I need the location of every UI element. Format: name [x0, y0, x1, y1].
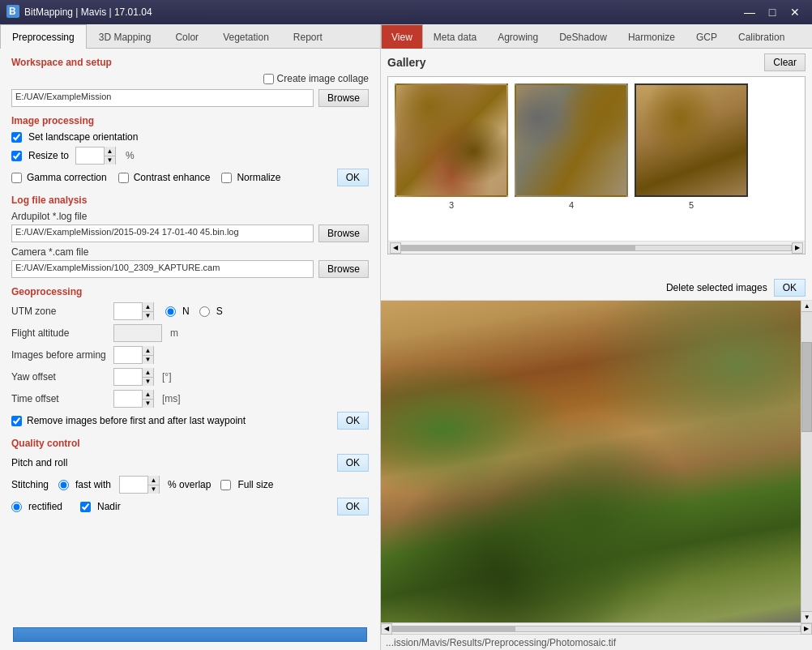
- resize-value[interactable]: 50: [76, 148, 104, 164]
- utm-decrement[interactable]: ▼: [142, 312, 153, 321]
- images-before-value[interactable]: 0: [114, 347, 142, 363]
- ardupilot-path-field[interactable]: E:/UAV/ExampleMission/2015-09-24 17-01-4…: [11, 225, 314, 242]
- camera-path-field[interactable]: E:/UAV/ExampleMission/100_2309_KAPTURE.c…: [11, 260, 314, 278]
- contrast-label: Contrast enhance: [134, 172, 211, 183]
- pitch-roll-row: Pitch and roll OK: [11, 454, 369, 472]
- images-before-spinner[interactable]: 0 ▲ ▼: [113, 346, 154, 364]
- utm-increment[interactable]: ▲: [142, 302, 153, 312]
- gallery-header: Gallery Clear: [387, 53, 806, 71]
- tab-view[interactable]: View: [381, 24, 423, 49]
- gallery-scrollbar-thumb: [402, 246, 635, 250]
- delete-row: Delete selected images OK: [381, 276, 812, 301]
- gallery-scrollbar-track[interactable]: [401, 245, 792, 251]
- overlap-increment[interactable]: ▲: [147, 476, 159, 485]
- gallery-scrollbar: ◀ ▶: [388, 241, 805, 254]
- south-radio[interactable]: [199, 306, 210, 317]
- time-decrement[interactable]: ▼: [142, 400, 153, 408]
- yaw-spinner[interactable]: 0,5 ▲ ▼: [113, 368, 154, 386]
- resize-increment[interactable]: ▲: [104, 147, 115, 156]
- yaw-increment[interactable]: ▲: [142, 368, 153, 378]
- fast-radio[interactable]: [58, 480, 69, 490]
- thumbnail-3[interactable]: 3: [395, 83, 508, 210]
- delete-ok-button[interactable]: OK: [774, 279, 806, 297]
- thumbnail-5[interactable]: 5: [635, 83, 748, 210]
- maximize-button[interactable]: □: [762, 4, 783, 20]
- utm-spinner[interactable]: 33 ▲ ▼: [113, 302, 154, 320]
- time-increment[interactable]: ▲: [142, 390, 153, 400]
- normalize-checkbox[interactable]: [221, 173, 232, 183]
- images-before-decrement[interactable]: ▼: [142, 356, 153, 365]
- tab-calibration[interactable]: Calibration: [728, 24, 795, 49]
- nadir-checkbox[interactable]: [80, 502, 91, 512]
- workspace-path-field[interactable]: E:/UAV/ExampleMission: [11, 89, 314, 107]
- gallery-thumbnails: 3 4 5: [388, 77, 805, 241]
- gallery-thumbnails-container: 3 4 5 ◀: [387, 76, 806, 254]
- status-bar: ...ission/Mavis/Results/Preprocessing/Ph…: [381, 634, 812, 650]
- ardupilot-browse-button[interactable]: Browse: [318, 225, 369, 242]
- north-radio[interactable]: [165, 306, 176, 317]
- minimize-button[interactable]: —: [739, 4, 760, 20]
- gallery-scroll-right[interactable]: ▶: [792, 242, 803, 254]
- full-size-checkbox[interactable]: [220, 480, 231, 490]
- scroll-up-arrow[interactable]: ▲: [801, 301, 812, 312]
- yaw-value[interactable]: 0,5: [114, 369, 142, 385]
- workspace-browse-button[interactable]: Browse: [318, 89, 369, 107]
- create-collage-checkbox[interactable]: [263, 74, 274, 84]
- camera-row: E:/UAV/ExampleMission/100_2309_KAPTURE.c…: [11, 260, 369, 278]
- overlap-unit: % overlap: [168, 479, 211, 490]
- close-button[interactable]: ✕: [784, 4, 806, 20]
- tab-gcp[interactable]: GCP: [686, 24, 728, 49]
- tab-color[interactable]: Color: [163, 24, 211, 49]
- stitch-ok-button[interactable]: OK: [337, 498, 369, 515]
- gallery-scroll-left[interactable]: ◀: [390, 242, 401, 254]
- overlap-decrement[interactable]: ▼: [147, 485, 159, 494]
- resize-spinner[interactable]: 50 ▲ ▼: [75, 147, 116, 165]
- yaw-decrement[interactable]: ▼: [142, 378, 153, 387]
- scroll-down-arrow[interactable]: ▼: [801, 611, 812, 622]
- pitch-roll-label: Pitch and roll: [11, 457, 67, 468]
- rectified-radio[interactable]: [11, 502, 22, 512]
- tab-deshadow[interactable]: DeShadow: [549, 24, 618, 49]
- h-scrollbar-track[interactable]: [392, 626, 801, 632]
- tab-metadata[interactable]: Meta data: [423, 24, 487, 49]
- camera-browse-button[interactable]: Browse: [318, 260, 369, 278]
- images-before-increment[interactable]: ▲: [142, 346, 153, 356]
- image-processing-ok-button[interactable]: OK: [337, 169, 369, 186]
- time-unit: [ms]: [162, 393, 181, 404]
- contrast-checkbox[interactable]: [118, 173, 129, 183]
- thumbnail-label-4: 4: [569, 200, 574, 210]
- normalize-label: Normalize: [237, 172, 280, 183]
- left-panel: Preprocessing 3D Mapping Color Vegetatio…: [0, 24, 381, 650]
- geoprocessing-ok-button[interactable]: OK: [337, 412, 369, 430]
- tab-vegetation[interactable]: Vegetation: [211, 24, 281, 49]
- tab-preprocessing[interactable]: Preprocessing: [0, 24, 87, 49]
- time-spinner[interactable]: 0 ▲ ▼: [113, 390, 154, 408]
- pitch-roll-ok-button[interactable]: OK: [337, 454, 369, 472]
- thumbnail-img-4: [515, 83, 628, 197]
- thumbnail-img-5: [635, 83, 748, 197]
- tab-3d-mapping[interactable]: 3D Mapping: [87, 24, 164, 49]
- utm-value[interactable]: 33: [114, 303, 142, 319]
- gamma-checkbox[interactable]: [11, 173, 22, 183]
- nadir-label: Nadir: [97, 501, 121, 512]
- gallery-clear-button[interactable]: Clear: [764, 53, 806, 71]
- tab-harmonize[interactable]: Harmonize: [618, 24, 686, 49]
- tab-report[interactable]: Report: [281, 24, 335, 49]
- time-value[interactable]: 0: [114, 391, 142, 407]
- tab-agrowing[interactable]: Agrowing: [487, 24, 549, 49]
- landscape-row: Set landscape orientation: [11, 131, 369, 143]
- thumbnail-img-3: [395, 83, 508, 197]
- overlap-spinner[interactable]: 60 ▲ ▼: [119, 476, 160, 494]
- h-scroll-right[interactable]: ▶: [801, 623, 812, 635]
- scroll-track[interactable]: [801, 312, 812, 611]
- south-label: S: [216, 306, 223, 317]
- remove-images-checkbox[interactable]: [11, 416, 22, 426]
- workspace-section-title: Workspace and setup: [11, 57, 369, 68]
- h-scroll-left[interactable]: ◀: [381, 623, 392, 635]
- resize-checkbox[interactable]: [11, 151, 22, 161]
- thumbnail-4[interactable]: 4: [515, 83, 628, 210]
- resize-decrement[interactable]: ▼: [104, 156, 115, 165]
- overlap-value[interactable]: 60: [120, 477, 147, 493]
- flight-alt-field: [113, 324, 162, 342]
- landscape-checkbox[interactable]: [11, 132, 22, 143]
